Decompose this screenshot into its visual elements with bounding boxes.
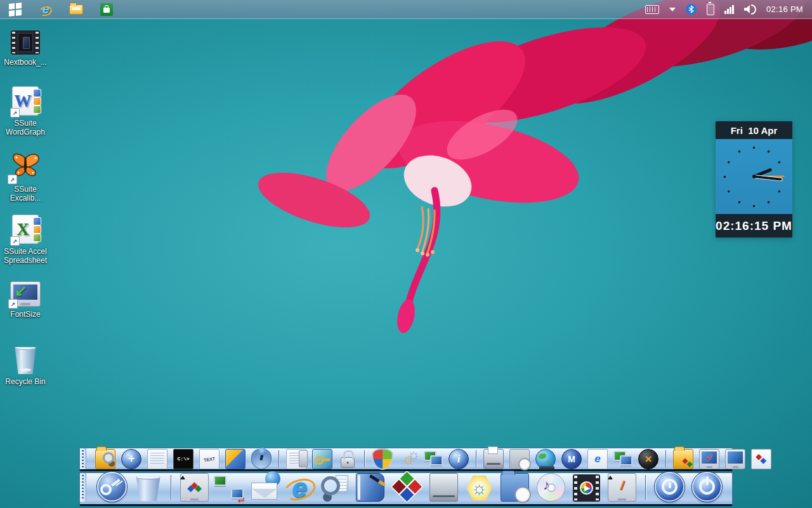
accel-spreadsheet-icon: X ↗ [12, 215, 39, 244]
dock-control-settings-icon[interactable]: ☼ [466, 474, 493, 502]
desktop-icon-label: FontSize [10, 310, 40, 319]
dock-trash-bin-icon[interactable] [134, 474, 162, 502]
dock-separator [171, 475, 171, 500]
clock-digital-time: 02:16:15 PM [716, 214, 792, 237]
dock-separator [278, 450, 279, 467]
folder-icon [69, 4, 83, 15]
dock-separator [645, 475, 646, 500]
volume-icon[interactable] [744, 4, 756, 15]
internet-explorer-icon: e [42, 2, 49, 17]
dock-music-player-icon[interactable]: ♪ [537, 473, 565, 502]
dock-display-settings-icon[interactable] [725, 449, 745, 469]
shortcut-arrow-icon: ↗ [8, 299, 18, 309]
dock-monitor-check-icon[interactable]: ✓ [699, 449, 719, 469]
start-button[interactable] [8, 2, 23, 17]
dock-email-icon[interactable] [251, 474, 278, 502]
dock-display-paint-icon[interactable]: / [608, 473, 636, 502]
desktop-icon-label: SSuite Accel Spreadsheet [0, 247, 51, 265]
shortcut-arrow-icon: ↗ [8, 175, 17, 184]
dock-package-icon[interactable] [225, 449, 246, 469]
dock-bottom-row: ◆ ⇄ e ☼ ♪ ▶ / [79, 472, 733, 506]
taskbar-store-button[interactable] [99, 2, 114, 17]
dock-registry-tool-icon[interactable] [312, 449, 332, 469]
dock-grip[interactable] [80, 473, 86, 502]
taskbar-file-explorer-button[interactable] [69, 2, 84, 17]
video-file-icon [11, 30, 40, 55]
dock-remote-computers-icon[interactable] [613, 450, 632, 469]
desktop-icon-label: SSuite WordGraph [0, 119, 51, 137]
taskbar-clock[interactable]: 02:16 PM [766, 4, 803, 14]
fontsize-monitor-icon: ↙ ↗ [10, 281, 41, 307]
battery-icon[interactable] [707, 4, 714, 15]
dock-power-button[interactable] [692, 472, 722, 502]
windows-logo-icon [9, 2, 22, 16]
dock-separator [665, 450, 666, 467]
dock-network-computers-icon[interactable] [424, 450, 443, 469]
dock-add-new-icon[interactable]: + [121, 449, 141, 469]
dock-video-player-icon[interactable]: ▶ [573, 474, 600, 502]
system-tray: 02:16 PM [645, 4, 812, 15]
dock-system-report-icon[interactable] [286, 449, 306, 469]
clock-face [716, 139, 792, 214]
dock-info-icon[interactable]: i [449, 449, 469, 469]
dock-text-editor-icon[interactable]: TEXT [199, 449, 219, 469]
dock-applications-folder-icon[interactable]: ◆ [673, 449, 693, 469]
dock-file-search-icon[interactable] [321, 474, 348, 502]
dock-games-suite-icon[interactable] [391, 471, 424, 504]
dock-security-shield-icon[interactable] [372, 448, 393, 470]
wordgraph-icon: W ↗ [12, 86, 39, 116]
desktop-icon-ssuite-accel[interactable]: X ↗ SSuite Accel Spreadsheet [0, 215, 51, 265]
signal-bars-icon[interactable] [724, 5, 734, 14]
desktop-icon-label: SSuite Excalib... [0, 185, 51, 203]
store-icon [100, 3, 113, 16]
dock-separator [364, 450, 365, 467]
clock-date: Fri 10 Apr [716, 121, 792, 139]
desktop-icon-nextbook[interactable]: Nextbook_... [0, 30, 51, 67]
shortcut-arrow-icon: ↗ [10, 108, 20, 117]
dock-command-prompt-icon[interactable]: C:\> [173, 449, 193, 469]
taskbar: e 02:16 PM [0, 0, 812, 19]
dock-quit-icon[interactable]: × [638, 449, 658, 469]
clock-gadget[interactable]: Fri 10 Apr 02:16:15 PM [716, 121, 792, 237]
dock-desktop-manager-icon[interactable]: ◆ [180, 473, 209, 502]
dock-address-book-icon[interactable] [356, 473, 384, 502]
butterfly-icon: ↗ [10, 152, 41, 182]
chevron-down-icon[interactable] [669, 8, 676, 11]
dock-grip[interactable] [80, 448, 86, 469]
shortcut-arrow-icon: ↗ [10, 236, 20, 246]
dock-documents-icon[interactable] [147, 449, 167, 469]
dock-internet-globe-icon[interactable] [535, 449, 556, 469]
dock-browser-window-icon[interactable]: e [587, 449, 608, 469]
taskbar-left: e [0, 2, 114, 17]
desktop-icon-ssuite-wordgraph[interactable]: W ↗ SSuite WordGraph [0, 86, 51, 137]
dock-task-scheduler-icon[interactable] [509, 449, 530, 469]
desktop-icon-fontsize[interactable]: ↙ ↗ FontSize [0, 281, 51, 319]
desktop-icon-label: Nextbook_... [4, 58, 46, 67]
wallpaper-flower-image [0, 0, 812, 508]
dock-app-configuration-icon[interactable]: ◆ [751, 449, 771, 469]
dock-sync-computers-icon[interactable]: ⇄ [216, 474, 244, 502]
desktop-icon-label: Recycle Bin [5, 377, 45, 386]
bluetooth-icon[interactable] [686, 4, 697, 15]
dock-services-gear-icon[interactable]: ☼ [399, 450, 418, 469]
dock-recent-documents-icon[interactable] [501, 473, 529, 502]
dock-scanner-icon[interactable] [483, 449, 504, 469]
recycle-bin-icon [14, 345, 37, 374]
dock-system-monitor-icon[interactable]: M [561, 449, 582, 469]
desktop-icon-ssuite-excalibur[interactable]: ↗ SSuite Excalib... [0, 152, 51, 203]
dock-hard-disk-icon[interactable] [429, 473, 458, 502]
desktop-icon-recycle-bin[interactable]: Recycle Bin [0, 345, 51, 386]
dock-top-row: + C:\> TEXT • ☼ i M e × ◆ ✓ ◆ [79, 448, 733, 471]
dock-logoff-button[interactable] [655, 472, 684, 502]
dock-lock-icon[interactable]: • [338, 450, 357, 469]
dock-joystick-icon[interactable] [251, 449, 272, 469]
dock-separator [476, 450, 476, 467]
dock-key-logon-icon[interactable] [97, 472, 127, 502]
taskbar-internet-explorer-button[interactable]: e [38, 2, 53, 17]
keyboard-icon[interactable] [645, 5, 659, 14]
dock-internet-explorer-icon[interactable]: e [286, 474, 313, 502]
dock-search-folder-icon[interactable] [95, 449, 115, 469]
